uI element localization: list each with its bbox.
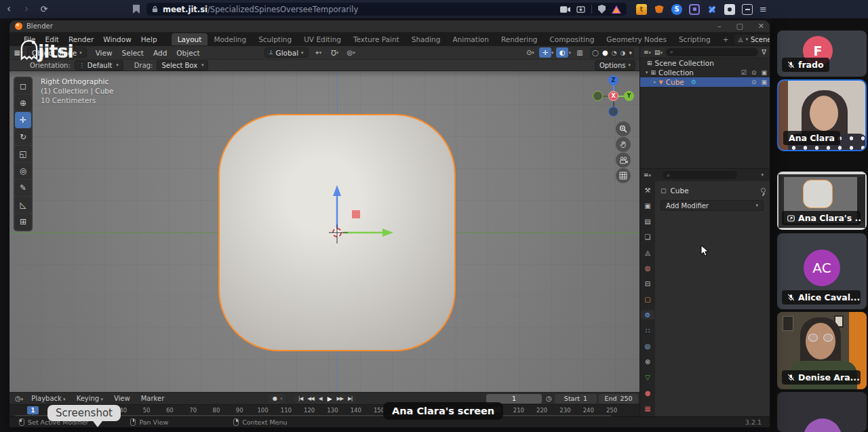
options-dropdown[interactable]: Options▾: [595, 60, 635, 71]
participant-tile-frado[interactable]: F frado: [777, 31, 867, 77]
participant-tile-denise[interactable]: Denise Ara...: [777, 312, 867, 389]
menu-file[interactable]: File: [19, 35, 41, 43]
workspace-tab-geometry-nodes[interactable]: Geometry Nodes: [600, 33, 673, 45]
gizmos-toggle-icon[interactable]: ✛: [539, 47, 551, 58]
back-button[interactable]: ‹: [0, 0, 18, 18]
camera-view-button[interactable]: [616, 153, 631, 168]
shading-rendered-icon[interactable]: ◑: [620, 50, 626, 56]
pivot-point-icon[interactable]: ⌖▾: [313, 47, 325, 58]
outliner-display-mode-icon[interactable]: ▤▾: [654, 49, 663, 56]
tool-add-cube[interactable]: ⊞: [15, 214, 31, 230]
properties-search-input[interactable]: ⌕: [663, 171, 737, 179]
pin-icon[interactable]: [761, 188, 766, 193]
axis-neg-z-ball[interactable]: [608, 106, 618, 117]
record-autokey-button[interactable]: ●: [271, 395, 279, 401]
minimize-button[interactable]: –: [717, 20, 722, 33]
play-button[interactable]: ▶: [326, 395, 334, 402]
overlays-toggle-icon[interactable]: ◐: [556, 47, 568, 58]
expand-icon[interactable]: ▾: [646, 70, 648, 75]
viewport-menu-object[interactable]: Object: [172, 49, 204, 57]
tool-transform[interactable]: ◎: [15, 163, 31, 179]
properties-tab-object[interactable]: ▢: [641, 294, 654, 304]
maximize-button[interactable]: ▢: [736, 20, 743, 33]
expand-icon[interactable]: ▸: [654, 79, 656, 85]
disable-render-icon[interactable]: ▣: [761, 69, 767, 76]
participant-tile-screen-share[interactable]: Ana Clara's ...: [777, 172, 867, 230]
properties-tab-particles[interactable]: ∷: [641, 326, 654, 335]
tool-move[interactable]: ✛: [15, 112, 31, 128]
jump-to-end-button[interactable]: ▶|: [346, 395, 354, 401]
transform-orientation-dropdown[interactable]: ⟂Global▾: [264, 47, 309, 58]
zoom-view-button[interactable]: [616, 121, 631, 136]
properties-tab-view-layer[interactable]: ❏: [641, 232, 654, 241]
properties-tab-tool[interactable]: ⚒: [641, 185, 654, 195]
start-frame-field[interactable]: Start1: [555, 394, 597, 404]
purple-extension-icon[interactable]: [689, 4, 700, 15]
move-gizmo[interactable]: [321, 180, 410, 254]
workspace-tab-uv-editing[interactable]: UV Editing: [298, 33, 347, 45]
wallet-icon[interactable]: [742, 4, 753, 15]
blue-s-extension-icon[interactable]: S: [671, 4, 682, 15]
object-visibility-icon[interactable]: ⊙▾: [524, 47, 536, 58]
timeline-editor-icon[interactable]: ◷▾: [15, 395, 23, 402]
scene-selector[interactable]: ◬▾Scene❏×: [734, 35, 770, 45]
disable-render-icon[interactable]: ▣: [761, 79, 767, 85]
properties-tab-physics[interactable]: ◎: [641, 341, 654, 351]
workspace-tab-modeling[interactable]: Modeling: [208, 33, 252, 45]
navigation-gizmo[interactable]: Z Y X: [593, 75, 635, 117]
viewport-menu-add[interactable]: Add: [149, 49, 172, 57]
torch-extension-icon[interactable]: t: [636, 4, 647, 15]
workspace-tab-shading[interactable]: Shading: [406, 33, 447, 45]
participant-tile-ana-clara[interactable]: Ana Clara: [777, 79, 867, 151]
shading-wireframe-icon[interactable]: ◯: [592, 50, 599, 56]
properties-tab-output[interactable]: ▤: [641, 216, 654, 226]
tool-measure[interactable]: ◺: [15, 197, 31, 213]
add-modifier-dropdown[interactable]: Add Modifier ▾: [660, 200, 764, 211]
properties-tab-world[interactable]: ◍: [641, 263, 654, 273]
playhead-badge[interactable]: 1: [27, 406, 39, 414]
next-keyframe-button[interactable]: ▶▶: [335, 395, 346, 401]
proportional-editing-icon[interactable]: ◎▾: [345, 47, 357, 58]
properties-tab-modifiers[interactable]: ⚙: [641, 310, 654, 319]
jump-to-start-button[interactable]: |◀: [296, 395, 304, 401]
workspace-tab-sculpting[interactable]: Sculpting: [252, 33, 298, 45]
axis-x-ball[interactable]: X: [608, 91, 618, 101]
viewport-menu-select[interactable]: Select: [117, 49, 149, 57]
bookmark-icon[interactable]: [133, 5, 140, 14]
timeline-menu-keying[interactable]: Keying ▾: [71, 395, 108, 402]
tool-cursor[interactable]: ⊕: [15, 95, 31, 111]
outliner-editor-icon[interactable]: ≡▾: [644, 49, 651, 56]
hide-eye-icon[interactable]: ⊙: [751, 79, 757, 85]
prev-frame-button[interactable]: ◀: [317, 395, 325, 401]
menu-edit[interactable]: Edit: [41, 35, 64, 43]
prev-keyframe-button[interactable]: ◀◀: [305, 395, 316, 401]
pan-view-button[interactable]: [616, 137, 631, 152]
toggle-perspective-button[interactable]: [616, 168, 631, 183]
properties-tab-scene[interactable]: ◬: [641, 248, 654, 257]
blue-tools-extension-icon[interactable]: [707, 4, 717, 15]
outliner-row-cube[interactable]: ▸ ▼ Cube ⚙ ⊙ ▣: [640, 77, 770, 87]
tool-scale[interactable]: ◱: [15, 146, 31, 162]
outliner-filter-icon[interactable]: ∇: [762, 48, 766, 56]
viewport-3d[interactable]: ◻⊕✛↻◱◎✎◺⊞ Right Orthographic (1) Collect…: [9, 71, 639, 392]
mode-dropdown[interactable]: Object Mode▾: [27, 47, 87, 58]
outliner-row-scene-collection[interactable]: ⊞ Scene Collection: [640, 58, 770, 68]
metamask-extension-icon[interactable]: [654, 4, 665, 15]
forward-button[interactable]: ›: [18, 0, 35, 18]
properties-editor-icon[interactable]: ≡▾: [644, 172, 651, 178]
xray-toggle-icon[interactable]: ▥: [574, 47, 586, 58]
address-bar[interactable]: meet.jit.si/SpecializedSpinesOverseeTemp…: [146, 3, 627, 16]
timeline-menu-view[interactable]: View: [108, 395, 136, 402]
reload-button[interactable]: ⟳: [35, 0, 53, 18]
tool-annotate[interactable]: ✎: [15, 180, 31, 196]
properties-options-icon[interactable]: ▾: [761, 172, 764, 178]
properties-tab-constraints[interactable]: ⊗: [641, 357, 654, 366]
shading-solid-icon[interactable]: ●: [602, 49, 608, 56]
shading-dropdown-icon[interactable]: ▾: [629, 50, 632, 56]
shading-material-icon[interactable]: ◔: [612, 50, 617, 56]
outliner-row-collection[interactable]: ▾ ⊞ Collection ☑ ⊙ ▣: [640, 68, 770, 77]
brave-shield-icon[interactable]: [598, 5, 606, 14]
participant-tile-alice[interactable]: AC Alice Caval...: [777, 233, 867, 309]
close-button[interactable]: ✕: [758, 20, 764, 33]
orientation-dropdown[interactable]: ⋮Default▾: [75, 60, 123, 71]
